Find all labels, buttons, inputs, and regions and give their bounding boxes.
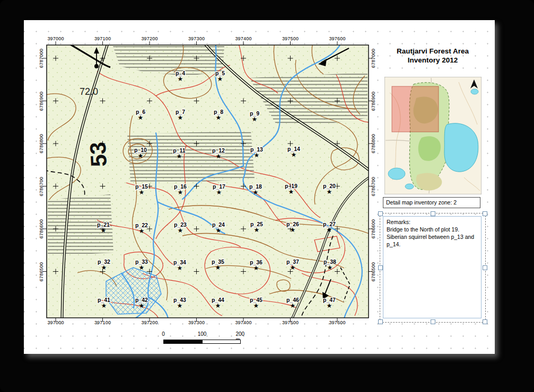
scalebar-item[interactable]: 0 100 200 m [161, 331, 251, 349]
detail-map-item[interactable]: 72.0 53 ★p_4★p_5★p_6★p_7★p_8★p_9★p_10★p_… [41, 40, 374, 323]
handle-ne[interactable] [483, 211, 487, 216]
road-number-label: 53 [85, 141, 111, 167]
plot-star-icon: ★ [215, 264, 221, 271]
scalebar-segment-white [202, 340, 241, 344]
plot-star-icon: ★ [139, 264, 145, 271]
plot-label: p_10 [134, 147, 147, 153]
plot-label: p_20 [323, 183, 336, 189]
plot-star-icon: ★ [177, 153, 182, 160]
plot-star-icon: ★ [290, 226, 296, 234]
plot-star-icon: ★ [252, 115, 258, 123]
grid-label-y-left: 6787000 [39, 49, 44, 68]
plot-label: p_5 [215, 70, 225, 76]
grid-label-x-top: 397600 [329, 36, 345, 41]
handle-se[interactable] [483, 319, 487, 324]
grid-label-x-bottom: 397200 [141, 320, 157, 325]
scalebar-label-100: 100 [198, 331, 207, 337]
plot-label: p_14 [287, 146, 300, 152]
grid-label-x-bottom: 397100 [94, 320, 111, 325]
plot-star-icon: ★ [101, 264, 107, 271]
grid-label-x-bottom: 397500 [282, 320, 299, 325]
handle-n[interactable] [431, 211, 435, 216]
plot-label: p_32 [98, 259, 110, 265]
grid-label-y-left: 6786500 [39, 262, 44, 281]
remarks-line1: Bridge to the North of plot 19. [387, 226, 478, 233]
grid-label-x-top: 397000 [47, 36, 64, 41]
grid-label-y-right: 6786900 [371, 91, 376, 110]
plot-star-icon: ★ [178, 114, 183, 121]
detail-map: 72.0 53 ★p_4★p_5★p_6★p_7★p_8★p_9★p_10★p_… [41, 40, 374, 323]
plot-star-icon: ★ [290, 264, 296, 271]
map-title-line1: Rautjarvi Forest Area [380, 47, 485, 56]
plot-star-icon: ★ [290, 302, 296, 309]
grid-label-x-top: 397100 [94, 36, 111, 41]
plot-label: p_4 [176, 70, 185, 76]
handle-e[interactable] [483, 265, 487, 270]
plot-label: p_7 [176, 109, 185, 115]
grid-label-x-top: 397500 [282, 36, 299, 41]
overview-map [384, 77, 482, 194]
plot-label: p_13 [250, 146, 263, 153]
overview-pond [471, 89, 478, 94]
plot-star-icon: ★ [253, 264, 259, 272]
handle-s[interactable] [431, 319, 435, 324]
map-title-line2: Inventory 2012 [380, 56, 485, 65]
plot-label: p_34 [173, 259, 186, 265]
plot-star-icon: ★ [177, 302, 183, 309]
elevation-label: 72.0 [80, 86, 98, 97]
plot-label: p_6 [136, 109, 145, 115]
grid-label-y-right: 6786700 [371, 176, 376, 195]
plot-label: p_8 [214, 109, 223, 115]
plot-star-icon: ★ [216, 153, 222, 160]
grid-label-x-top: 397300 [188, 36, 205, 41]
plot-star-icon: ★ [139, 189, 145, 196]
grid-label-x-top: 397200 [141, 36, 157, 41]
plot-label: p_46 [286, 297, 299, 303]
plot-star-icon: ★ [216, 189, 222, 196]
remarks-item[interactable]: Remarks: Bridge to the North of plot 19.… [383, 216, 482, 318]
plot-label: p_22 [135, 222, 148, 228]
plot-star-icon: ★ [327, 188, 332, 195]
plot-star-icon: ★ [139, 302, 145, 309]
plot-label: p_38 [323, 259, 336, 265]
grid-label-y-left: 6786600 [39, 219, 44, 238]
scalebar-segment-black [163, 340, 202, 344]
zone-label-item[interactable]: Detail map inventory zone: 2 [383, 197, 480, 208]
grid-label-y-right: 6786600 [371, 219, 376, 238]
grid-label-y-left: 6786900 [39, 91, 44, 110]
layout-canvas: 72.0 53 ★p_4★p_5★p_6★p_7★p_8★p_9★p_10★p_… [0, 0, 534, 392]
grid-label-x-bottom: 397400 [235, 320, 251, 325]
plot-label: p_24 [212, 221, 225, 228]
plot-label: p_9 [250, 110, 259, 117]
plot-star-icon: ★ [327, 264, 333, 271]
map-title[interactable]: Rautjarvi Forest Area Inventory 2012 [380, 47, 485, 65]
plot-label: p_47 [323, 297, 336, 303]
grid-label-x-top: 397400 [235, 36, 251, 41]
plot-star-icon: ★ [291, 151, 297, 158]
grid-label-y-left: 6786700 [39, 176, 44, 195]
plot-star-icon: ★ [138, 152, 144, 159]
overview-pond [405, 184, 414, 189]
plot-star-icon: ★ [253, 189, 259, 196]
handle-sw[interactable] [378, 319, 383, 324]
plot-star-icon: ★ [216, 114, 222, 121]
plot-star-icon: ★ [138, 114, 144, 121]
handle-w[interactable] [378, 265, 383, 270]
plot-star-icon: ★ [101, 227, 107, 234]
plot-label: p_43 [173, 297, 186, 303]
grid-label-y-left: 6786800 [39, 134, 44, 153]
map-content: 72.0 53 [44, 42, 370, 319]
plot-label: p_44 [212, 297, 224, 303]
plot-star-icon: ★ [215, 302, 221, 309]
plot-label: p_17 [213, 183, 225, 190]
plot-star-icon: ★ [327, 226, 332, 234]
plot-star-icon: ★ [139, 227, 145, 235]
plot-star-icon: ★ [178, 227, 183, 234]
plot-star-icon: ★ [178, 75, 183, 83]
grid-label-x-bottom: 397000 [47, 320, 64, 325]
scalebar-label-0: 0 [162, 331, 165, 337]
handle-nw[interactable] [378, 211, 383, 216]
overview-map-item[interactable] [384, 77, 482, 194]
plot-label: p_21 [97, 221, 110, 228]
plot-star-icon: ★ [254, 152, 260, 159]
